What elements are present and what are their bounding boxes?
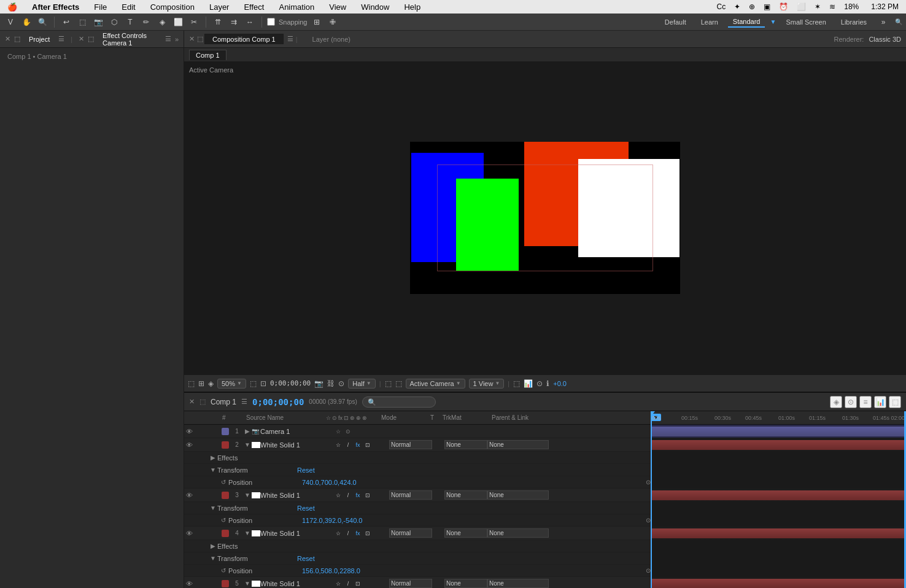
layer-3-mode[interactable]: Normal bbox=[389, 490, 432, 500]
layer-3-sw2[interactable]: / bbox=[344, 491, 352, 500]
layer-4-sw1[interactable]: ☆ bbox=[334, 529, 343, 538]
tab-project[interactable]: Project bbox=[24, 34, 55, 44]
layer-row-1[interactable]: 👁 1 ▶ 📷 Camera 1 ☆ ⊙ bbox=[184, 425, 651, 438]
tool-pen[interactable]: ✏ bbox=[139, 15, 153, 29]
workspace-learn[interactable]: Learn bbox=[696, 17, 723, 27]
menu-edit[interactable]: Edit bbox=[119, 1, 137, 13]
tool-select[interactable]: V bbox=[4, 15, 17, 29]
tl-search[interactable] bbox=[362, 397, 436, 408]
layer-3-reset-btn[interactable]: Reset bbox=[297, 505, 315, 512]
project-menu[interactable]: ☰ bbox=[58, 35, 64, 43]
tool-zoom[interactable]: 🔍 bbox=[36, 15, 49, 29]
menu-composition[interactable]: Composition bbox=[148, 1, 197, 13]
quality-control[interactable]: Half ▼ bbox=[348, 379, 375, 389]
layer-row-5[interactable]: 👁 5 ▼ White Solid 1 ☆ / ⊡ bbox=[184, 577, 651, 588]
layer-row-4[interactable]: 👁 4 ▼ White Solid 1 ☆ / fx ⊡ bbox=[184, 527, 651, 540]
layer-3-expand[interactable]: ▼ bbox=[243, 492, 252, 498]
tool-undo[interactable]: ↩ bbox=[60, 15, 73, 29]
zoom-control[interactable]: 50% ▼ bbox=[217, 379, 246, 389]
active-camera-control[interactable]: Active Camera ▼ bbox=[406, 379, 465, 389]
layer-4-position-value[interactable]: 156.0,508.0,2288.0 bbox=[302, 567, 360, 574]
layer-5-expand[interactable]: ▼ bbox=[243, 580, 252, 587]
effect-close[interactable]: ✕ bbox=[79, 35, 84, 43]
tool-text[interactable]: T bbox=[123, 15, 137, 29]
layer-5-sw2[interactable]: / bbox=[344, 579, 352, 588]
layer-3-sw1[interactable]: ☆ bbox=[334, 491, 343, 500]
layer-3-transform-expand[interactable]: ▼ bbox=[209, 505, 217, 511]
comp-panel-menu[interactable]: ☰ bbox=[287, 35, 293, 43]
layer-2-expand[interactable]: ▼ bbox=[243, 441, 252, 448]
tool-clone[interactable]: ◈ bbox=[155, 15, 169, 29]
tab-composition-comp1[interactable]: Composition Comp 1 bbox=[204, 34, 284, 44]
viewer-timecode[interactable]: 0;00;00;00 bbox=[270, 379, 311, 387]
layer-4-mode[interactable]: Normal bbox=[389, 528, 432, 538]
layer-4-transform-expand[interactable]: ▼ bbox=[209, 555, 217, 562]
tool-snap2[interactable]: ⊞ bbox=[310, 15, 323, 29]
tl-solo-btn[interactable]: ◈ bbox=[830, 396, 842, 408]
layer-5-mode[interactable]: Normal bbox=[389, 579, 432, 588]
menu-animation[interactable]: Animation bbox=[276, 1, 317, 13]
effect-menu[interactable]: ☰ bbox=[165, 35, 171, 43]
menu-view[interactable]: View bbox=[327, 1, 349, 13]
layer-2-sw1[interactable]: ☆ bbox=[334, 441, 343, 449]
menu-file[interactable]: File bbox=[91, 1, 109, 13]
tool-puppet[interactable]: ⬡ bbox=[107, 15, 121, 29]
layer-row-3[interactable]: 👁 3 ▼ White Solid 1 ☆ / fx ⊡ bbox=[184, 489, 651, 502]
layer-4-parent[interactable]: None bbox=[487, 528, 549, 538]
tool-align2[interactable]: ⇉ bbox=[227, 15, 241, 29]
tl-mode-btn[interactable]: ≡ bbox=[859, 396, 872, 408]
layer-1-sw-shy[interactable]: ⊙ bbox=[344, 427, 352, 436]
snapping-checkbox[interactable] bbox=[267, 18, 275, 26]
tl-timecode[interactable]: 0;00;00;00 bbox=[252, 397, 304, 407]
workspace-standard[interactable]: Standard bbox=[728, 17, 765, 28]
workspace-more[interactable]: » bbox=[877, 15, 890, 29]
layer-row-2[interactable]: 👁 2 ▼ White Solid 1 ☆ / fx ⊡ bbox=[184, 438, 651, 452]
menu-window[interactable]: Window bbox=[358, 1, 392, 13]
layer-4-sw4[interactable]: ⊡ bbox=[363, 529, 372, 538]
tool-align1[interactable]: ⇈ bbox=[211, 15, 225, 29]
layer-5-sw1[interactable]: ☆ bbox=[334, 579, 343, 588]
tool-hand[interactable]: ✋ bbox=[20, 15, 33, 29]
tool-snap3[interactable]: ✙ bbox=[326, 15, 339, 29]
tl-graph-btn[interactable]: 📊 bbox=[874, 396, 886, 408]
workspace-libraries[interactable]: Libraries bbox=[836, 17, 872, 27]
views-control[interactable]: 1 View ▼ bbox=[469, 379, 505, 389]
tl-frame-btn[interactable]: ⬚ bbox=[889, 396, 901, 408]
layer-2-reset-btn[interactable]: Reset bbox=[297, 466, 315, 474]
menu-help[interactable]: Help bbox=[401, 1, 423, 13]
expand-panels-btn[interactable]: » bbox=[175, 36, 179, 43]
tool-rect-mask[interactable]: ⬚ bbox=[76, 15, 89, 29]
layer-2-effects-expand[interactable]: ▶ bbox=[209, 454, 217, 461]
layer-5-parent[interactable]: None bbox=[487, 579, 549, 588]
workspace-smallscreen[interactable]: Small Screen bbox=[781, 17, 830, 27]
workspace-default[interactable]: Default bbox=[660, 17, 691, 27]
layer-5-trkmat[interactable]: None bbox=[444, 579, 487, 588]
layer-4-sw-fx[interactable]: fx bbox=[354, 529, 362, 538]
tool-eraser[interactable]: ⬜ bbox=[171, 15, 185, 29]
layer-3-position-value[interactable]: 1172.0,392.0,-540.0 bbox=[302, 517, 362, 524]
layer-3-parent[interactable]: None bbox=[487, 490, 549, 500]
layer-4-effects-expand[interactable]: ▶ bbox=[209, 543, 217, 549]
tl-parent-btn[interactable]: ⊙ bbox=[845, 396, 857, 408]
tool-roto[interactable]: ✂ bbox=[187, 15, 201, 29]
layer-2-transform-expand[interactable]: ▼ bbox=[209, 466, 217, 473]
tl-menu[interactable]: ☰ bbox=[241, 398, 247, 406]
menu-layer[interactable]: Layer bbox=[207, 1, 232, 13]
tl-close[interactable]: ✕ bbox=[189, 398, 195, 406]
comp-panel-close[interactable]: ✕ bbox=[189, 35, 195, 43]
layer-2-trkmat[interactable]: None bbox=[444, 440, 487, 449]
comp1-subtab[interactable]: Comp 1 bbox=[189, 50, 226, 60]
tool-camera[interactable]: 📷 bbox=[91, 15, 105, 29]
layer-2-sw2[interactable]: / bbox=[344, 441, 352, 449]
layer-1-eye[interactable]: 👁 bbox=[184, 428, 194, 435]
layer-3-trkmat[interactable]: None bbox=[444, 490, 487, 500]
layer-5-eye[interactable]: 👁 bbox=[184, 580, 194, 587]
layer-2-parent[interactable]: None bbox=[487, 440, 549, 449]
layer-1-sw-star[interactable]: ☆ bbox=[334, 427, 343, 436]
layer-4-sw2[interactable]: / bbox=[344, 529, 352, 538]
layer-3-sw-fx[interactable]: fx bbox=[354, 491, 362, 500]
tool-align3[interactable]: ↔ bbox=[243, 15, 257, 29]
layer-4-expand[interactable]: ▼ bbox=[243, 530, 252, 536]
layer-2-mode[interactable]: Normal bbox=[389, 440, 432, 449]
layer-2-sw4[interactable]: ⊡ bbox=[363, 441, 372, 449]
